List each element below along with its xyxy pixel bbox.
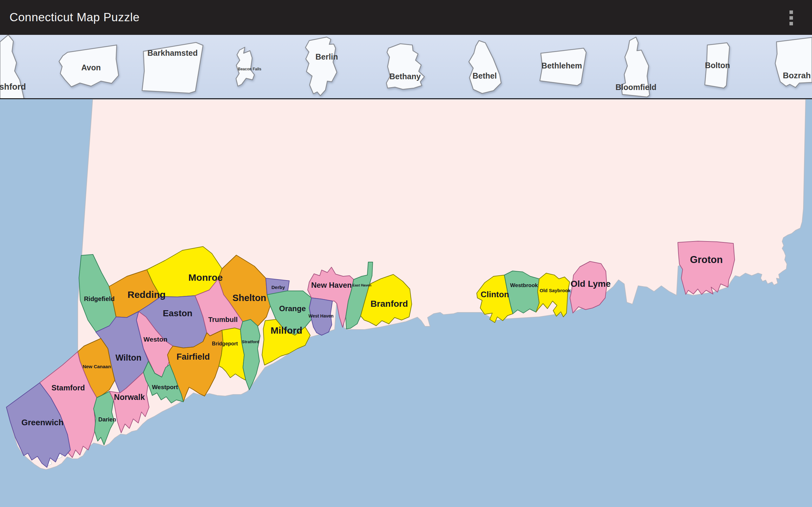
tray-piece-label-beacon-falls: Beacon Falls (238, 67, 261, 71)
tray-piece-label-ashford: Ashford (0, 82, 26, 92)
town-label-ridgefield: Ridgefield (84, 295, 115, 302)
town-label-east-haven: East Haven (352, 283, 371, 287)
town-label-derby: Derby (271, 285, 285, 290)
town-label-stamford: Stamford (51, 383, 85, 392)
menu-dot (790, 22, 793, 25)
town-label-orange: Orange (279, 304, 306, 313)
town-label-westbrook: Westbrook (510, 282, 538, 288)
town-label-monroe: Monroe (189, 272, 223, 283)
tray-piece-label-bolton: Bolton (705, 61, 730, 70)
menu-dot (790, 16, 793, 20)
tray-piece-label-bethlehem: Bethlehem (542, 61, 582, 70)
tray-piece-label-bloomfield: Bloomfield (615, 83, 656, 92)
town-label-shelton: Shelton (233, 293, 266, 303)
menu-dot (790, 10, 793, 14)
app-bar: Connecticut Map Puzzle (0, 0, 812, 35)
town-label-redding: Redding (128, 289, 165, 300)
map-canvas: RidgefieldReddingMonroeSheltonDerbyEasto… (0, 99, 812, 507)
town-label-darien: Darien (98, 416, 116, 423)
app-title: Connecticut Map Puzzle (0, 11, 140, 24)
town-label-norwalk: Norwalk (114, 393, 145, 401)
town-label-branford: Branford (370, 299, 408, 308)
town-label-clinton: Clinton (480, 290, 509, 299)
town-label-wilton: Wilton (115, 353, 142, 362)
town-label-old-saybrook: Old Saybrook (540, 288, 571, 293)
overflow-menu-icon[interactable] (790, 10, 793, 25)
tray-canvas: AshfordAvonBarkhamstedBeacon FallsBerlin… (0, 35, 812, 98)
town-label-easton: Easton (163, 308, 192, 318)
town-label-weston: Weston (143, 336, 167, 343)
tray-piece-label-berlin: Berlin (316, 52, 338, 61)
tray-piece-label-bethel: Bethel (473, 71, 497, 80)
town-label-milford: Milford (270, 325, 302, 336)
town-label-new-haven: New Haven (311, 281, 352, 289)
tray-piece-bethany[interactable] (386, 44, 424, 89)
town-groton[interactable] (678, 241, 734, 294)
town-label-trumbull: Trumbull (208, 316, 238, 324)
tray-piece-label-bozrah: Bozrah (783, 71, 811, 80)
tray-piece-berlin[interactable] (305, 37, 337, 96)
town-label-bridgeport: Bridgeport (212, 341, 238, 346)
town-label-new-canaan: New Canaan (83, 364, 111, 369)
town-label-fairfield: Fairfield (176, 352, 210, 361)
tray-piece-label-bethany: Bethany (390, 72, 421, 81)
town-label-west-haven: West Haven (308, 314, 334, 319)
town-label-groton: Groton (690, 254, 722, 265)
town-label-stratford: Stratford (242, 339, 259, 344)
town-label-greenwich: Greenwich (21, 418, 64, 427)
map-board: RidgefieldReddingMonroeSheltonDerbyEasto… (0, 99, 812, 507)
town-label-westport: Westport (152, 384, 178, 390)
tray-piece-bethel[interactable] (469, 41, 501, 94)
town-label-old-lyme: Old Lyme (571, 279, 611, 289)
piece-tray: AshfordAvonBarkhamstedBeacon FallsBerlin… (0, 35, 812, 99)
tray-piece-label-avon: Avon (81, 63, 101, 72)
tray-piece-label-barkhamsted: Barkhamsted (148, 49, 198, 57)
